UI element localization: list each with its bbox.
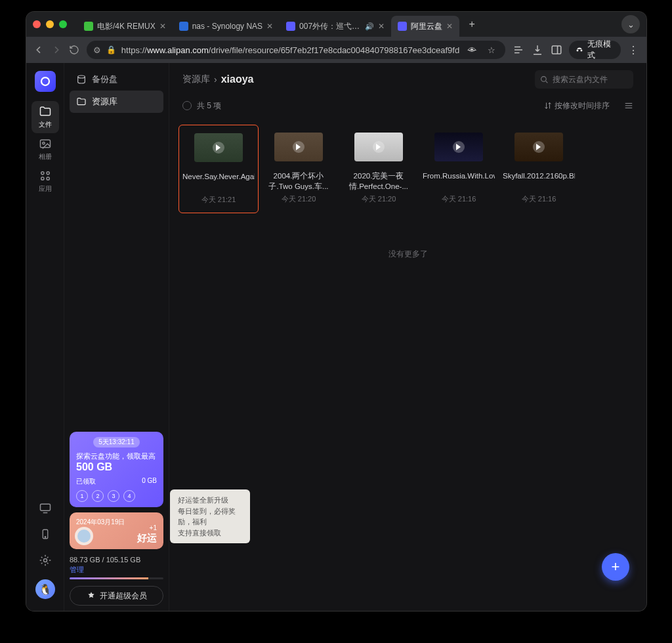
bookmark-icon[interactable]: ☆	[484, 45, 499, 55]
breadcrumb-root[interactable]: 资源库	[182, 73, 210, 85]
settings-icon[interactable]	[38, 553, 52, 568]
svg-point-11	[43, 559, 47, 562]
favicon	[84, 22, 93, 31]
favicon	[286, 22, 295, 31]
upgrade-button[interactable]: 开通超级会员	[70, 586, 163, 606]
close-tab-icon[interactable]: ✕	[446, 22, 453, 31]
close-tab-icon[interactable]: ✕	[159, 22, 166, 31]
reader-icon[interactable]	[512, 44, 524, 56]
svg-point-10	[45, 537, 46, 538]
incognito-badge[interactable]: 无痕模式	[569, 41, 621, 59]
sidebar-item-backup[interactable]: 备份盘	[70, 68, 163, 91]
desktop-icon[interactable]	[38, 501, 52, 515]
address-bar[interactable]: ⚙ 🔒 https://www.alipan.com/drive/file/re…	[87, 41, 505, 59]
download-icon[interactable]	[531, 44, 543, 56]
file-time: 今天 21:16	[442, 194, 476, 204]
audio-icon[interactable]: 🔊	[365, 22, 374, 31]
breadcrumb: 资源库 › xiaoya	[182, 73, 528, 85]
play-icon	[213, 142, 224, 154]
site-settings-icon[interactable]: ⚙	[93, 45, 101, 55]
promo-claimed-value: 0 GB	[142, 477, 157, 486]
add-button[interactable]: +	[602, 553, 629, 581]
app-logo[interactable]	[35, 71, 56, 92]
svg-rect-0	[552, 46, 561, 54]
select-all-checkbox[interactable]	[182, 101, 192, 110]
browser-tab[interactable]: 007外传：巡弋飞弹🔊✕	[280, 16, 391, 37]
video-thumbnail	[354, 133, 403, 161]
close-tab-icon[interactable]: ✕	[266, 22, 273, 31]
maximize-window-button[interactable]	[59, 20, 67, 28]
file-card[interactable]: Skyfall.2012.2160p.BluRay.REM...今天 21:16	[499, 125, 579, 213]
sidebar-item-label: 资源库	[92, 96, 117, 108]
search-placeholder: 搜索云盘内文件	[553, 74, 608, 85]
rail-item-photos[interactable]: 相册	[32, 133, 59, 165]
svg-point-7	[47, 177, 49, 180]
play-icon	[293, 141, 304, 153]
video-thumbnail	[514, 133, 563, 161]
sidepanel-icon[interactable]	[550, 44, 562, 56]
browser-tabbar: 电影/4K REMUX✕nas - Synology NAS✕007外传：巡弋飞…	[26, 12, 646, 37]
svg-rect-8	[40, 504, 50, 510]
view-toggle-button[interactable]	[624, 101, 633, 110]
promo-storage-card[interactable]: 5天13:32:11 探索云盘功能，领取最高 500 GB 已领取 0 GB 1…	[70, 432, 163, 507]
hide-icon[interactable]: 👁	[465, 45, 479, 55]
new-tab-button[interactable]: +	[463, 16, 480, 33]
sort-button[interactable]: 按修改时间排序	[544, 100, 610, 112]
browser-tab[interactable]: 阿里云盘✕	[391, 16, 459, 37]
tab-label: nas - Synology NAS	[192, 22, 262, 31]
sidebar-item-resource[interactable]: 资源库	[70, 91, 163, 113]
svg-point-13	[541, 76, 547, 81]
promo-date: 2024年03月19日	[76, 518, 157, 527]
svg-point-3	[42, 142, 44, 144]
mobile-icon[interactable]	[38, 527, 52, 541]
video-thumbnail	[274, 133, 323, 161]
rail-item-apps[interactable]: 应用	[32, 165, 59, 197]
file-card[interactable]: From.Russia.With.Love.1963.216...今天 21:1…	[419, 125, 499, 213]
back-button[interactable]	[33, 43, 44, 56]
storage-text: 88.73 GB / 105.15 GB	[70, 556, 163, 564]
browser-tab[interactable]: nas - Synology NAS✕	[173, 16, 280, 37]
minimize-window-button[interactable]	[46, 20, 54, 28]
close-tab-icon[interactable]: ✕	[378, 22, 385, 31]
search-input[interactable]: 搜索云盘内文件	[535, 70, 633, 89]
file-name: 2004.两个坏小子.Two Guys.车...	[262, 171, 335, 192]
promo-step: 1	[76, 490, 88, 502]
file-name: From.Russia.With.Love.1963.216...	[423, 171, 495, 192]
promo-amount: 500 GB	[76, 461, 157, 473]
favicon	[179, 22, 188, 31]
rail-item-files[interactable]: 文件	[32, 101, 59, 133]
reload-button[interactable]	[69, 43, 80, 56]
browser-tab[interactable]: 电影/4K REMUX✕	[77, 16, 173, 37]
file-card[interactable]: 2004.两个坏小子.Two Guys.车...今天 21:20	[259, 125, 339, 213]
video-thumbnail	[434, 133, 483, 161]
promo-plus: +1	[150, 524, 157, 531]
file-name: 2020.完美一夜情.Perfect.One-...	[343, 171, 415, 192]
svg-point-6	[41, 177, 43, 180]
flower-icon	[75, 527, 93, 545]
tab-label: 阿里云盘	[411, 21, 442, 32]
file-time: 今天 21:20	[362, 194, 396, 204]
tab-label: 007外传：巡弋飞弹	[299, 21, 361, 32]
sidebar-panel: 备份盘资源库 5天13:32:11 探索云盘功能，领取最高 500 GB 已领取…	[64, 63, 169, 611]
file-time: 今天 21:21	[201, 195, 236, 205]
menu-icon[interactable]: ⋮	[627, 44, 640, 56]
video-thumbnail	[194, 133, 243, 162]
promo-line: 探索云盘功能，领取最高	[76, 451, 157, 461]
rail-label: 应用	[39, 184, 52, 194]
close-window-button[interactable]	[33, 20, 41, 28]
breadcrumb-sep: ›	[214, 74, 217, 85]
forward-button[interactable]	[51, 43, 62, 56]
tab-overflow-button[interactable]: ⌄	[621, 15, 640, 33]
svg-point-1	[41, 77, 49, 85]
promo-tooltip: 好运签全新升级 每日签到，必得奖励，福利 支持直接领取	[170, 489, 250, 543]
app-rail: 文件相册应用 🐧	[26, 63, 64, 611]
file-card[interactable]: 2020.完美一夜情.Perfect.One-...今天 21:20	[339, 125, 419, 213]
count-label: 共 5 项	[197, 100, 221, 112]
user-avatar[interactable]: 🐧	[35, 579, 55, 599]
svg-point-4	[41, 172, 43, 175]
promo-luck-card[interactable]: 2024年03月19日 +1 好运	[70, 512, 163, 549]
lock-icon: 🔒	[106, 45, 116, 54]
file-card[interactable]: Never.Say.Never.Again.1983.Blu...今天 21:2…	[178, 125, 259, 213]
storage-manage-link[interactable]: 管理	[70, 565, 163, 575]
svg-point-12	[78, 75, 85, 78]
